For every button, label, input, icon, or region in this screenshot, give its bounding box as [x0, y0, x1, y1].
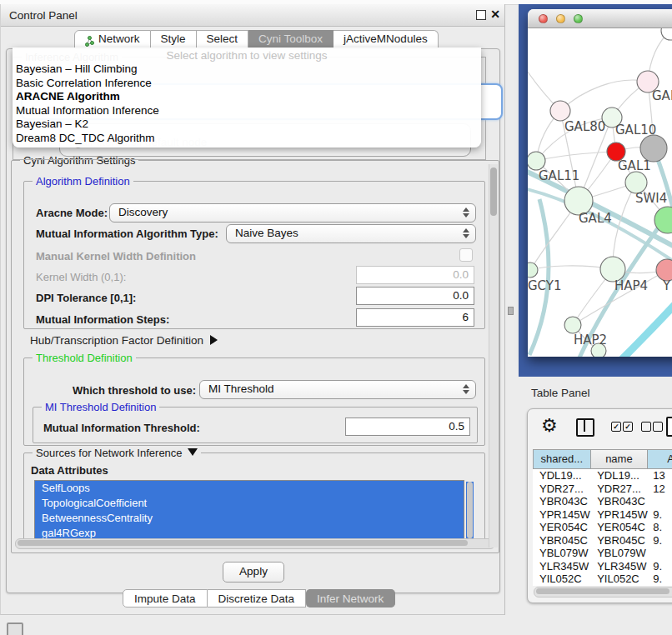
close-panel-icon[interactable]: ✕: [489, 8, 502, 21]
menu-item-aracne-algorithm[interactable]: ARACNE Algorithm: [13, 90, 481, 104]
table-cell[interactable]: 12: [651, 482, 672, 496]
zoom-button[interactable]: [574, 14, 583, 23]
table-row[interactable]: YIL052CYIL052C9.: [533, 572, 672, 586]
network-node-pink-left[interactable]: [550, 101, 570, 121]
settings-gear-icon[interactable]: ⚙: [541, 415, 558, 437]
dpi-tolerance-field[interactable]: 0.0: [356, 287, 474, 305]
deselect-all-checkbox-icon[interactable]: [641, 422, 651, 432]
table-row[interactable]: YBR043CYBR043C: [533, 495, 672, 508]
mi-steps-field[interactable]: 6: [356, 308, 474, 327]
table-cell[interactable]: YDL19...: [592, 469, 651, 482]
table-cell[interactable]: YBR045C: [592, 534, 651, 548]
column-header-name[interactable]: name: [591, 449, 649, 469]
table-cell[interactable]: 13: [651, 469, 672, 482]
table-horizontal-scrollbar[interactable]: [534, 587, 672, 598]
network-node-hap2[interactable]: [564, 317, 581, 333]
panel-corner-icon[interactable]: [7, 622, 23, 635]
table-cell[interactable]: YBL079W: [592, 547, 651, 560]
dpi-tolerance-value: 0.0: [453, 289, 469, 302]
attributes-scrollbar[interactable]: [466, 482, 474, 540]
table-cell[interactable]: 9.: [651, 508, 672, 522]
table-cell[interactable]: YER054C: [533, 521, 592, 534]
stepper-arrows-icon: [463, 208, 469, 218]
tab-network[interactable]: Network: [74, 30, 151, 48]
mi-algorithm-type-combo[interactable]: Naive Bayes: [226, 224, 476, 243]
bottom-tab-infer-network[interactable]: Infer Network: [306, 589, 395, 608]
menu-item-basic-correlation-inference[interactable]: Basic Correlation Inference: [13, 77, 481, 91]
select-all-checkbox-icon[interactable]: ✓: [623, 422, 633, 432]
table-toolbar: ⚙ ✓ ✓: [528, 409, 672, 448]
hub-definition-expander[interactable]: Hub/Transcription Factor Definition: [30, 334, 218, 347]
panel-resize-handle[interactable]: [508, 307, 514, 315]
column-header-partial[interactable]: A: [648, 449, 672, 469]
float-window-icon[interactable]: [476, 10, 486, 20]
apply-button[interactable]: Apply: [223, 562, 284, 582]
table-cell[interactable]: YBL079W: [533, 547, 592, 560]
menu-item-bayesian-hill-climbing[interactable]: Bayesian – Hill Climbing: [13, 62, 481, 77]
table-cell[interactable]: YIL052C: [533, 572, 592, 586]
control-panel: Control Panel ✕ NetworkStyleSelectCyni T…: [0, 4, 505, 615]
split-columns-icon[interactable]: [576, 418, 594, 437]
table-row[interactable]: YBR045CYBR045C9.: [533, 534, 672, 548]
table-cell[interactable]: YPR145W: [533, 508, 592, 522]
table-row[interactable]: YPR145WYPR145W9.: [533, 508, 672, 522]
table-cell[interactable]: YIL052C: [592, 572, 651, 586]
bottom-tab-discretize-data[interactable]: Discretize Data: [208, 589, 307, 608]
kernel-width-field[interactable]: 0.0: [356, 266, 474, 284]
table-cell[interactable]: YBR043C: [533, 495, 592, 508]
table-row[interactable]: YBL079WYBL079W: [533, 547, 672, 560]
tab-style[interactable]: Style: [151, 30, 197, 48]
threshold-definition-group: Threshold Definition Which threshold to …: [23, 358, 485, 446]
close-button[interactable]: [539, 14, 548, 23]
manual-kernel-width-checkbox[interactable]: [459, 248, 473, 262]
table-cell[interactable]: YBR043C: [592, 495, 651, 508]
tab-select[interactable]: Select: [197, 30, 249, 48]
mi-threshold-field[interactable]: 0.5: [345, 418, 470, 436]
algorithm-menu-list: Bayesian – Hill ClimbingBasic Correlatio…: [13, 62, 481, 145]
tab-cyni-toolbox[interactable]: Cyni Toolbox: [248, 30, 333, 48]
network-node-gal11[interactable]: [528, 152, 545, 170]
table-cell[interactable]: YER054C: [592, 521, 651, 534]
table-row[interactable]: YDL19...YDL19...13: [533, 469, 672, 482]
network-canvas[interactable]: GALGAL80GAL10GAL1GAL11SWI4GAL4GCY1HAP4YH…: [528, 28, 672, 357]
table-cell[interactable]: YBR045C: [533, 534, 592, 548]
export-table-icon[interactable]: [666, 417, 672, 437]
table-cell[interactable]: YLR345W: [533, 560, 592, 573]
table-cell[interactable]: [651, 495, 672, 508]
table-cell[interactable]: YDR27...: [533, 482, 592, 496]
table-cell[interactable]: 8.: [651, 521, 672, 534]
table-cell[interactable]: YLR345W: [592, 560, 651, 573]
attribute-item-topologicalcoefficient[interactable]: TopologicalCoefficient: [35, 496, 464, 511]
menu-item-dream8-dc-tdc-algorithm[interactable]: Dream8 DC_TDC Algorithm: [13, 132, 481, 146]
which-threshold-combo[interactable]: MI Threshold: [199, 380, 476, 399]
settings-vertical-scrollbar[interactable]: [489, 164, 498, 548]
table-cell[interactable]: 9.: [651, 560, 672, 573]
settings-horizontal-scrollbar[interactable]: [15, 538, 495, 549]
sources-group-title[interactable]: Sources for Network Inference: [33, 447, 201, 459]
column-header-shared-name[interactable]: shared...: [533, 449, 591, 469]
network-window-titlebar[interactable]: [528, 9, 672, 28]
table-cell[interactable]: YDR27...: [592, 482, 651, 496]
table-cell[interactable]: YPR145W: [592, 508, 651, 522]
sources-title-text: Sources for Network Inference: [36, 447, 183, 459]
minimize-button[interactable]: [556, 14, 565, 23]
stepper-arrows-icon: [463, 384, 469, 394]
tab-jactivemnodules[interactable]: jActiveMNodules: [333, 30, 439, 48]
table-row[interactable]: YLR345WYLR345W9.: [533, 560, 672, 573]
table-row[interactable]: YER054CYER054C8.: [533, 521, 672, 534]
aracne-mode-combo[interactable]: Discovery: [109, 203, 476, 222]
table-row[interactable]: YDR27...YDR27...12: [533, 482, 672, 496]
table-cell[interactable]: 9.: [651, 572, 672, 586]
network-node-gcy1[interactable]: [528, 262, 538, 278]
table-cell[interactable]: [651, 547, 672, 560]
bottom-tab-impute-data[interactable]: Impute Data: [123, 589, 208, 608]
menu-item-mutual-information-inference[interactable]: Mutual Information Inference: [13, 104, 481, 118]
select-all-checkbox-icon[interactable]: ✓: [611, 422, 621, 432]
deselect-all-checkbox-icon[interactable]: [653, 422, 663, 432]
attribute-item-selfloops[interactable]: SelfLoops: [35, 481, 464, 496]
network-canvas-svg: GALGAL80GAL10GAL1GAL11SWI4GAL4GCY1HAP4YH…: [528, 28, 672, 357]
table-cell[interactable]: YDL19...: [533, 469, 592, 482]
attribute-item-betweennesscentrality[interactable]: BetweennessCentrality: [35, 511, 464, 526]
table-cell[interactable]: 9.: [651, 534, 672, 548]
menu-item-bayesian-k2[interactable]: Bayesian – K2: [13, 118, 481, 132]
